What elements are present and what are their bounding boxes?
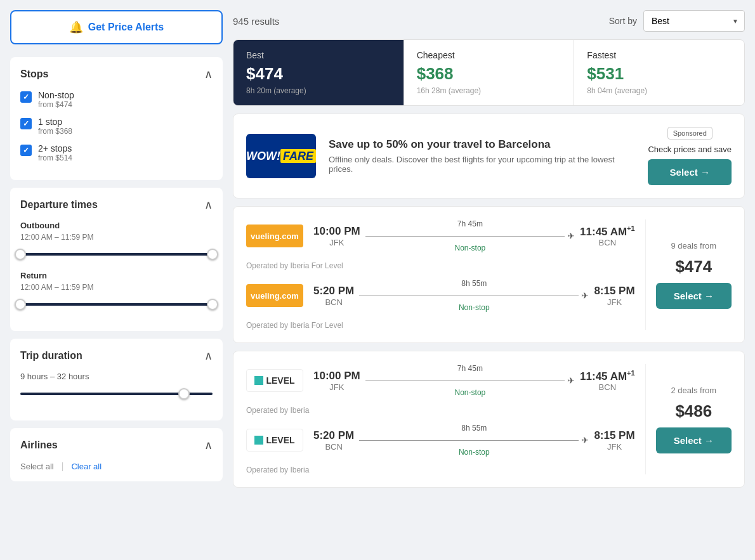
tab-cheapest-duration: 16h 28m (average) (417, 86, 561, 95)
airline-name-1: vueling.com (251, 231, 299, 241)
departure-time-1: 10:00 PM (313, 225, 360, 238)
return-range: 12:00 AM – 11:59 PM (20, 283, 213, 292)
deal-price-2: $486 (675, 401, 712, 421)
checkbox-nonstop[interactable]: ✓ (20, 91, 32, 103)
checkbox-2plus[interactable]: ✓ (20, 145, 32, 156)
nonstop-badge-2: Non-stop (365, 388, 575, 397)
select-all-link[interactable]: Select all (20, 462, 54, 471)
departure-airport-2: JFK (313, 382, 360, 392)
flight-times-outbound-1: 10:00 PM JFK 7h 45m ✈ Non-stop (313, 219, 635, 252)
select-button-1[interactable]: Select → (656, 283, 732, 309)
flight-info-1: vueling.com 10:00 PM JFK 7h 45m ✈ (246, 219, 635, 330)
slider-thumb-right[interactable] (207, 249, 218, 260)
plane-icon-2: ✈ (567, 375, 575, 386)
flight-times-outbound-2: 10:00 PM JFK 7h 45m ✈ Non-stop (313, 364, 635, 397)
tab-fastest-duration: 8h 04m (average) (587, 86, 732, 95)
ad-select-button[interactable]: Select → (648, 159, 732, 185)
price-tabs: Best $474 8h 20m (average) Cheapest $368… (233, 39, 745, 106)
airline-name-2: LEVEL (266, 375, 294, 386)
level-logo-outbound-2: LEVEL (246, 369, 303, 392)
duration-block-inbound-2: 8h 55m ✈ Non-stop (359, 424, 589, 457)
stops-chevron[interactable]: ∧ (204, 67, 213, 81)
tab-best[interactable]: Best $474 8h 20m (average) (233, 40, 404, 105)
flight-line-inbound-2: ✈ (359, 435, 589, 445)
inbound-departure-time-2: 5:20 PM (313, 429, 354, 442)
airlines-filter: Airlines ∧ Select all | Clear all (10, 428, 223, 481)
outbound-row-1: vueling.com 10:00 PM JFK 7h 45m ✈ (246, 219, 635, 252)
outbound-label: Outbound (20, 221, 213, 230)
ad-card: WOW!FARE Save up to 50% on your travel t… (233, 114, 745, 199)
sort-label: Sort by (609, 16, 637, 26)
clear-all-link[interactable]: Clear all (71, 462, 102, 471)
stop-item-2plus[interactable]: ✓ 2+ stops from $514 (20, 143, 213, 162)
outbound-slider[interactable] (20, 248, 213, 261)
flight-action-2: 2 deals from $486 Select → (645, 364, 732, 474)
flight-action-1: 9 deals from $474 Select → (645, 219, 732, 330)
slider-thumb[interactable] (178, 388, 190, 400)
wow-fare-logo: WOW!FARE (246, 150, 316, 163)
vueling-logo-1: vueling.com (246, 225, 303, 247)
slider-thumb-left[interactable] (15, 299, 26, 310)
stop-item-nonstop[interactable]: ✓ Non-stop from $474 (20, 90, 213, 109)
airlines-title: Airlines (20, 440, 58, 451)
inbound-departure-airport-2: BCN (313, 442, 354, 452)
departure-times-filter: Departure times ∧ Outbound 12:00 AM – 11… (10, 188, 223, 331)
arrival-block-1: 11:45 AM+1 BCN (580, 225, 635, 248)
airlines-chevron[interactable]: ∧ (204, 438, 213, 452)
stop-price: from $474 (38, 100, 74, 109)
sidebar: 🔔 Get Price Alerts Stops ∧ ✓ Non-stop fr… (10, 10, 223, 495)
sort-select[interactable]: Best Cheapest Fastest (643, 10, 745, 32)
deals-from-1: 9 deals from (671, 241, 717, 251)
inbound-nonstop-1: Non-stop (359, 303, 589, 312)
tab-fastest[interactable]: Fastest $531 8h 04m (average) (574, 40, 744, 105)
main-content: 945 results Sort by Best Cheapest Fastes… (233, 10, 745, 495)
arrival-time-2: 11:45 AM+1 (580, 369, 635, 383)
slider-track (20, 303, 213, 306)
tab-cheapest-price: $368 (417, 64, 561, 84)
stop-price: from $514 (38, 153, 72, 162)
arrival-block-2: 11:45 AM+1 BCN (580, 369, 635, 393)
departure-chevron[interactable]: ∧ (204, 198, 213, 212)
tab-fastest-price: $531 (587, 64, 732, 84)
tab-cheapest[interactable]: Cheapest $368 16h 28m (average) (404, 40, 574, 105)
airline-name-inbound-1: vueling.com (251, 291, 299, 301)
flight-times-inbound-1: 5:20 PM BCN 8h 55m ✈ Non-stop (313, 279, 635, 312)
departure-title: Departure times (20, 199, 98, 211)
stop-item-1stop[interactable]: ✓ 1 stop from $368 (20, 117, 213, 136)
flight-times-inbound-2: 5:20 PM BCN 8h 55m ✈ Non-stop (313, 424, 635, 457)
ad-action-text: Check prices and save (648, 145, 732, 154)
vueling-logo-inbound-1: vueling.com (246, 284, 303, 307)
tab-fastest-label: Fastest (587, 50, 732, 60)
select-button-2[interactable]: Select → (656, 427, 732, 453)
slider-thumb-right[interactable] (207, 299, 218, 310)
stop-label: 2+ stops (38, 143, 72, 153)
plane-icon-inbound-1: ✈ (581, 290, 589, 301)
trip-duration-slider[interactable] (20, 387, 213, 400)
inbound-row-1: vueling.com 5:20 PM BCN 8h 55m ✈ (246, 279, 635, 312)
stops-header: Stops ∧ (20, 67, 213, 81)
airlines-footer: Select all | Clear all (20, 461, 213, 471)
departure-header: Departure times ∧ (20, 198, 213, 212)
duration-text-1: 7h 45m (365, 219, 575, 228)
return-slider[interactable] (20, 298, 213, 311)
alert-button-label: Get Price Alerts (88, 22, 164, 33)
trip-duration-chevron[interactable]: ∧ (204, 349, 213, 363)
inbound-departure-time-1: 5:20 PM (313, 285, 354, 297)
results-count: 945 results (233, 16, 279, 27)
ad-title: Save up to 50% on your travel to Barcelo… (329, 138, 635, 151)
inbound-row-2: LEVEL 5:20 PM BCN 8h 55m ✈ (246, 424, 635, 457)
checkbox-1stop[interactable]: ✓ (20, 118, 32, 129)
airline-name-inbound-2: LEVEL (266, 435, 294, 445)
departure-block-inbound-1: 5:20 PM BCN (313, 285, 354, 307)
ad-description: Offline only deals. Discover the best fl… (329, 155, 635, 174)
results-header: 945 results Sort by Best Cheapest Fastes… (233, 10, 745, 32)
ad-logo: WOW!FARE (246, 134, 316, 178)
sponsored-badge: Sponsored (667, 127, 712, 140)
flight-line-1: ✈ (365, 231, 575, 241)
departure-block-inbound-2: 5:20 PM BCN (313, 429, 354, 452)
deals-from-2: 2 deals from (671, 386, 717, 395)
price-alert-button[interactable]: 🔔 Get Price Alerts (10, 10, 223, 44)
tab-cheapest-label: Cheapest (417, 50, 561, 60)
stop-label: 1 stop (38, 117, 72, 127)
slider-thumb-left[interactable] (15, 249, 26, 260)
